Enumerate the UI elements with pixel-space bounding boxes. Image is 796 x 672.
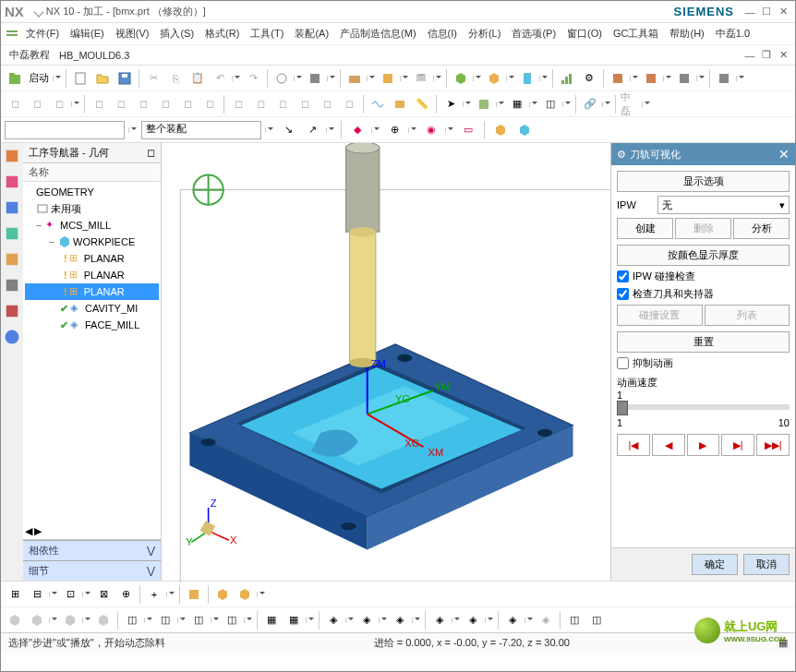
suppress-anim-checkbox[interactable] (617, 357, 629, 369)
tree-planar-1[interactable]: !⊞PLANAR (25, 250, 159, 267)
start-label[interactable]: 启动 (27, 71, 51, 85)
geom-icon[interactable] (344, 68, 365, 89)
box2-icon[interactable] (484, 68, 504, 89)
new-icon[interactable] (70, 68, 90, 89)
thickness-button[interactable]: 按颜色显示厚度 (617, 245, 790, 266)
sel-snap2[interactable]: ⊕ (384, 120, 404, 140)
rb-nav-icon[interactable] (3, 147, 21, 165)
sel-box1[interactable] (490, 120, 511, 140)
child-close[interactable]: ✕ (775, 49, 791, 61)
3d-viewport[interactable]: ZM YM YC XC XM Z X Y (162, 143, 610, 581)
bt-5[interactable]: ⊕ (115, 584, 136, 605)
paint-icon[interactable] (517, 68, 537, 89)
sel-box2[interactable] (514, 120, 535, 140)
maximize-button[interactable]: ☐ (758, 6, 775, 18)
menu-edit[interactable]: 编辑(E) (66, 25, 109, 42)
save-icon[interactable] (115, 68, 135, 89)
tb2-layer[interactable]: ▦ (507, 94, 527, 114)
rb-sys-icon[interactable] (3, 302, 21, 320)
menu-hbmould[interactable]: HB_MOULD6.3 (54, 48, 134, 63)
menu-format[interactable]: 格式(R) (200, 25, 244, 42)
last2-icon[interactable] (641, 68, 661, 89)
bb15[interactable]: ◈ (463, 610, 483, 630)
menu-insert[interactable]: 插入(S) (155, 25, 199, 42)
bb9[interactable]: ▦ (261, 610, 282, 630)
analyze-button[interactable]: 分析 (733, 218, 790, 239)
selection-filter-1[interactable] (5, 121, 125, 139)
menu-assembly[interactable]: 装配(A) (290, 25, 333, 42)
rb-role-icon[interactable] (3, 276, 21, 294)
bb5[interactable]: ◫ (122, 610, 142, 630)
menu-tools[interactable]: 工具(T) (246, 25, 288, 42)
cylinder-icon[interactable] (411, 68, 431, 89)
rb-asm-icon[interactable] (3, 198, 21, 217)
tree-planar-3-selected[interactable]: !⊞PLANAR (25, 283, 159, 300)
bt-1[interactable]: ⊞ (5, 584, 25, 605)
bb12[interactable]: ◈ (356, 610, 377, 630)
bb13[interactable]: ◈ (390, 610, 410, 630)
sel-rect[interactable]: ▭ (458, 120, 478, 140)
playback-last-icon[interactable]: ▶▶| (756, 434, 790, 456)
menu-help[interactable]: 帮助(H) (665, 25, 708, 42)
playback-next-icon[interactable]: ▶| (721, 434, 754, 456)
bb19[interactable]: ◫ (586, 610, 607, 630)
tree-geometry[interactable]: GEOMETRY (25, 184, 159, 200)
tree-unused[interactable]: 未用项 (25, 200, 159, 217)
box-icon[interactable] (451, 68, 471, 89)
sel-snap1[interactable]: ◆ (347, 120, 368, 140)
nav-scroll-right[interactable]: ▶ (34, 525, 42, 537)
app-menu-dropdown[interactable] (33, 6, 43, 17)
bb7[interactable]: ◫ (188, 610, 209, 630)
nav-tab-dependencies[interactable]: 相依性⋁ (23, 540, 161, 560)
tree-workpiece[interactable]: −WORKPIECE (25, 234, 159, 250)
close-button[interactable]: ✕ (775, 6, 791, 18)
bb3[interactable] (60, 610, 80, 630)
bb14[interactable]: ◈ (429, 610, 450, 630)
rb-part-icon[interactable] (3, 173, 21, 191)
tb2-mea[interactable]: 📏 (412, 94, 432, 114)
tool1-icon[interactable] (271, 68, 292, 89)
bb1[interactable] (5, 610, 25, 630)
tree-planar-2[interactable]: !⊞PLANAR (25, 267, 159, 283)
start-dropdown[interactable] (53, 76, 62, 81)
menu-gc[interactable]: GC工具箱 (609, 25, 664, 42)
bt-6[interactable]: + (144, 584, 164, 605)
ok-button[interactable]: 确定 (692, 554, 738, 575)
nav-scroll-left[interactable]: ◀ (25, 525, 32, 537)
tree-face[interactable]: ✔◈FACE_MILL (25, 317, 159, 333)
playback-first-icon[interactable]: |◀ (617, 434, 650, 456)
cancel-button[interactable]: 取消 (743, 554, 790, 575)
start-button[interactable] (5, 68, 25, 89)
playback-prev-icon[interactable]: ◀ (652, 434, 685, 456)
bb6[interactable]: ◫ (155, 610, 175, 630)
ipw-collision-checkbox[interactable] (617, 270, 629, 282)
tree-cavity[interactable]: ✔◈CAVITY_MI (25, 300, 159, 317)
menu-analysis[interactable]: 分析(L) (464, 25, 505, 42)
rb-reuse-icon[interactable] (3, 224, 21, 243)
undo-dropdown[interactable] (232, 76, 241, 81)
menu-window[interactable]: 窗口(O) (562, 25, 607, 42)
pref-icon[interactable]: ⚙ (579, 68, 599, 89)
menu-tutorial[interactable]: 中磊教程 (5, 46, 54, 64)
last4-icon[interactable] (714, 68, 734, 89)
child-restore[interactable]: ❐ (758, 49, 775, 61)
rb-web-icon[interactable] (3, 328, 21, 346)
open-icon[interactable] (92, 68, 113, 89)
bb8[interactable]: ◫ (222, 610, 242, 630)
menu-view[interactable]: 视图(V) (111, 25, 154, 42)
last3-icon[interactable] (674, 68, 694, 89)
reset-button[interactable]: 重置 (617, 331, 790, 353)
bt-9[interactable] (235, 584, 255, 605)
tb2-wave[interactable] (368, 94, 388, 114)
bt-3[interactable]: ⊡ (60, 584, 80, 605)
anim-speed-slider[interactable] (617, 404, 790, 410)
playback-play-icon[interactable]: ▶ (687, 434, 720, 456)
ribbon-icon[interactable] (5, 27, 19, 42)
tb2-sec[interactable] (474, 94, 494, 114)
menu-prefs[interactable]: 首选项(P) (507, 25, 561, 42)
last1-icon[interactable] (608, 68, 628, 89)
bt-8[interactable] (212, 584, 233, 605)
bt-4[interactable]: ⊠ (93, 584, 114, 605)
sel-tool1[interactable]: ↘ (278, 120, 298, 140)
panel-close-icon[interactable]: ✕ (778, 147, 790, 162)
